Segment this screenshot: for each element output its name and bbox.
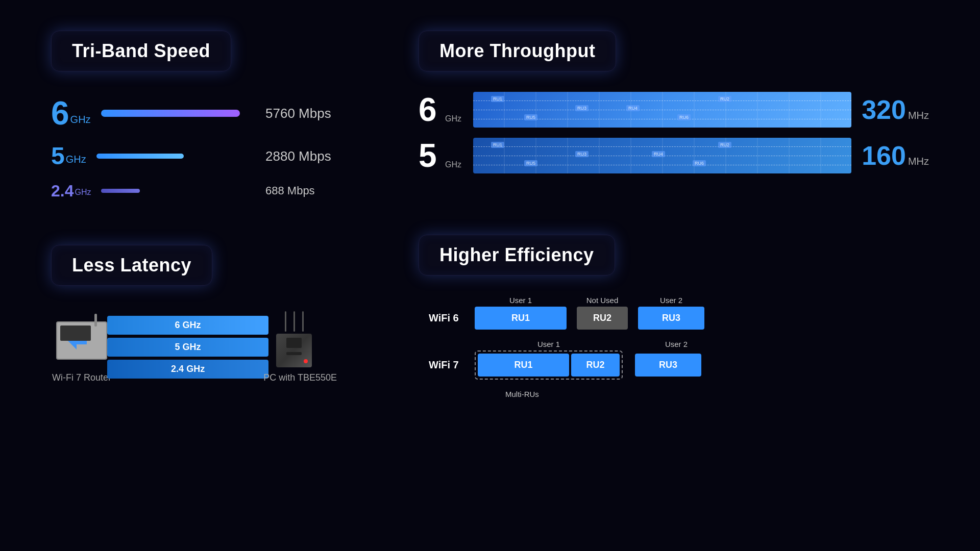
wifi6-user-labels: User 1 Not Used User 2 xyxy=(475,296,919,305)
dl3: RU3 xyxy=(575,105,589,111)
efficiency-title: Higher Efficiency xyxy=(439,244,594,265)
mhz-320-value: 320 xyxy=(862,94,906,125)
wifi7-user1-label: User 1 xyxy=(475,340,623,348)
multi-ru-label: Multi-RUs xyxy=(475,390,919,398)
wifi6-label: WiFi 6 xyxy=(429,312,464,324)
band-5ghz-pill: 5 GHz xyxy=(107,338,268,357)
freq-6: 6 xyxy=(51,97,69,130)
channel-5ghz: RU1 RU2 RU3 RU4 RU5 RU6 xyxy=(473,138,851,173)
antenna-1 xyxy=(285,311,286,332)
latency-section: Less Latency xyxy=(51,245,337,383)
triband-section: Tri-Band Speed 6 GHz 5760 Mbps 5 GHz 288… xyxy=(51,31,337,213)
dl2: RU2 xyxy=(718,96,731,102)
pc-label: PC with TBE550E xyxy=(263,372,337,383)
multi-ru-box: RU1 RU2 xyxy=(475,350,623,380)
wifi7-user2-label: User 2 xyxy=(643,340,709,348)
throughput-title: More Throughput xyxy=(439,40,595,61)
channel-6ghz: RU1 RU2 RU3 RU4 RU5 RU6 xyxy=(473,92,851,128)
efficiency-badge: Higher Efficiency xyxy=(419,235,615,276)
wifi7-ru2-block: RU2 xyxy=(571,354,620,377)
dash-5-2: RU3 RU4 xyxy=(473,156,851,156)
page: Tri-Band Speed 6 GHz 5760 Mbps 5 GHz 288… xyxy=(0,0,980,551)
efficiency-diagram: User 1 Not Used User 2 WiFi 6 RU1 RU2 RU… xyxy=(419,296,929,398)
bar-6ghz xyxy=(101,110,255,117)
router-device: Wi-Fi 7 Router xyxy=(51,311,112,383)
wifi7-ru1-block: RU1 xyxy=(478,354,569,377)
throughput-6-unit: GHz xyxy=(445,114,463,128)
bar-5ghz-fill xyxy=(96,154,184,159)
channel-6ghz-dashes: RU1 RU2 RU3 RU4 RU5 RU6 xyxy=(473,92,851,128)
efficiency-section: Higher Efficiency User 1 Not Used User 2… xyxy=(419,235,929,398)
speed-row-24ghz: 2.4 GHz 688 Mbps xyxy=(51,183,337,199)
ru3-group: RU3 xyxy=(638,307,704,330)
pc-antennas xyxy=(285,311,304,332)
throughput-section: More Throughput 6 GHz RU1 RU2 RU3 RU4 RU… xyxy=(419,31,929,184)
pc-tower xyxy=(276,334,312,367)
wifi6-user1-label: User 1 xyxy=(475,296,567,305)
wifi7-section: User 1 User 2 WiFi 7 RU1 RU2 RU3 M xyxy=(429,340,919,398)
dl5-4: RU4 xyxy=(652,151,665,157)
bar-24ghz xyxy=(101,189,255,193)
pc-display-slot xyxy=(286,338,302,348)
mhz-160-unit: MHz xyxy=(908,156,929,167)
dl4: RU4 xyxy=(626,105,640,111)
antenna-3 xyxy=(302,311,304,332)
svg-rect-4 xyxy=(94,314,97,327)
speed-6ghz: 5760 Mbps xyxy=(265,106,337,121)
wifi7-row: WiFi 7 RU1 RU2 RU3 xyxy=(429,350,919,380)
dl6: RU6 xyxy=(677,114,691,120)
bar-6ghz-fill xyxy=(101,110,240,117)
speed-24ghz: 688 Mbps xyxy=(265,184,337,197)
antenna-2 xyxy=(293,311,295,332)
throughput-5: 5 xyxy=(419,139,444,172)
throughput-5-unit: GHz xyxy=(445,160,463,173)
dash-5-3: RU5 RU6 xyxy=(473,165,851,165)
triband-title: Tri-Band Speed xyxy=(72,40,210,61)
wifi6-row: WiFi 6 RU1 RU2 RU3 xyxy=(429,307,919,330)
mhz-160-label: 160 MHz xyxy=(862,140,929,171)
dl5-6: RU6 xyxy=(693,160,706,166)
ru2-group: RU2 xyxy=(577,307,628,330)
dl5-1: RU1 xyxy=(491,142,504,148)
band-6ghz-pill: 6 GHz xyxy=(107,316,268,335)
bar-24ghz-fill xyxy=(101,189,139,193)
pc-device: PC with TBE550E xyxy=(263,311,337,383)
speed-row-5ghz: 5 GHz 2880 Mbps xyxy=(51,144,337,168)
triband-badge: Tri-Band Speed xyxy=(51,31,231,71)
latency-badge: Less Latency xyxy=(51,245,212,286)
freq-6-unit: GHz xyxy=(70,114,91,130)
dash-1: RU1 RU2 xyxy=(473,101,851,101)
mhz-160-value: 160 xyxy=(862,140,906,171)
wifi7-ru3-group: RU3 xyxy=(635,354,701,377)
wifi7-label: WiFi 7 xyxy=(429,359,464,371)
mhz-320-label: 320 MHz xyxy=(862,94,929,125)
dl5-5: RU5 xyxy=(524,160,537,166)
dash-2: RU3 RU4 xyxy=(473,110,851,110)
ru2-block: RU2 xyxy=(577,307,628,330)
band-24ghz-pill: 2.4 GHz xyxy=(107,360,268,379)
wifi6-section: User 1 Not Used User 2 WiFi 6 RU1 RU2 RU… xyxy=(429,296,919,330)
throughput-badge: More Throughput xyxy=(419,31,616,71)
router-label: Wi-Fi 7 Router xyxy=(51,372,112,383)
dash-5-1: RU1 RU2 xyxy=(473,146,851,147)
dl1: RU1 xyxy=(491,96,504,102)
throughput-row-5ghz: 5 GHz RU1 RU2 RU3 RU4 RU5 RU6 xyxy=(419,138,929,173)
throughput-row-6ghz: 6 GHz RU1 RU2 RU3 RU4 RU5 RU6 xyxy=(419,92,929,128)
speed-row-6ghz: 6 GHz 5760 Mbps xyxy=(51,97,337,130)
dl5-2: RU2 xyxy=(718,142,731,148)
dl5-3: RU3 xyxy=(575,151,589,157)
ru1-group: RU1 xyxy=(475,307,567,330)
wifi6-notused-label: Not Used xyxy=(577,296,628,305)
ru1-block: RU1 xyxy=(475,307,567,330)
router-svg xyxy=(51,311,112,367)
pc-icon xyxy=(263,311,325,367)
dl5: RU5 xyxy=(524,114,537,120)
pc-slot2 xyxy=(286,352,302,355)
freq-bands: 6 GHz 5 GHz 2.4 GHz xyxy=(107,316,268,379)
pc-power-light xyxy=(304,359,308,363)
freq-5: 5 xyxy=(51,144,65,168)
latency-title: Less Latency xyxy=(72,255,191,276)
channel-5ghz-dashes: RU1 RU2 RU3 RU4 RU5 RU6 xyxy=(473,138,851,173)
freq-24: 2.4 xyxy=(51,183,74,199)
wifi6-user2-label: User 2 xyxy=(638,296,704,305)
